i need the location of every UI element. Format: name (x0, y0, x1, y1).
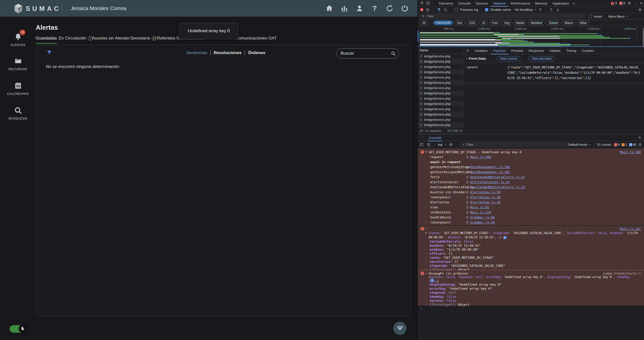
devtools-tab-elements[interactable]: Elements (436, 0, 456, 7)
view-decoded-button[interactable]: View decoded (529, 56, 555, 61)
source-link[interactable]: Main.js:180 (620, 150, 641, 154)
search-input[interactable] (337, 49, 399, 58)
drawer-kebab-icon[interactable]: ⋮ (421, 136, 424, 140)
request-row[interactable]: bridgeService.php (418, 80, 463, 85)
request-row[interactable]: bridgeService.php (418, 85, 463, 91)
waterfall-bar[interactable] (508, 46, 563, 46)
preserve-log-checkbox[interactable] (454, 8, 458, 11)
collapse-triangle-icon[interactable]: ▼ (425, 232, 427, 234)
object-property-row[interactable]: errorMsg: "Undefined array key 0" (418, 287, 644, 291)
more-filters-button[interactable]: More filters (609, 15, 625, 18)
import-har-icon[interactable] (549, 8, 553, 12)
network-conditions-icon[interactable] (538, 8, 542, 12)
disable-cache-checkbox[interactable]: ✓ (485, 8, 488, 11)
kebab-menu-icon[interactable]: ⋮ (633, 1, 637, 5)
search-icon[interactable] (391, 51, 396, 56)
source-link[interactable]: judge.html#/alerts:1 (603, 272, 641, 275)
tab-asuntos-sin-atender[interactable]: Asuntos sin Atender (92, 36, 130, 43)
filter-pill-all[interactable]: All (420, 20, 428, 25)
detail-tab-timing[interactable]: Timing (564, 47, 579, 54)
inspect-element-icon[interactable] (420, 1, 424, 6)
clear-console-icon[interactable] (426, 142, 431, 147)
invert-checkbox[interactable] (589, 15, 592, 18)
scrollbar-thumb[interactable] (643, 28, 644, 47)
collapse-triangle-icon[interactable]: ▾ (466, 57, 467, 60)
network-overview-waterfall[interactable]: 500 ms1,000 ms1,500 ms2,000 ms2,500 ms3,… (418, 26, 644, 47)
filter-pill-img[interactable]: Img (502, 20, 512, 25)
collapse-triangle-icon[interactable]: ▼ (425, 150, 427, 153)
filter-pill-fetch-xhr[interactable]: Fetch/XHR (433, 20, 453, 25)
network-settings-gear-icon[interactable]: ⚙ (638, 8, 642, 12)
console-prompt[interactable]: › (421, 307, 423, 311)
sidebar-item-recursos[interactable]: RECURSOS (0, 57, 36, 71)
filter-pill-font[interactable]: Font (489, 20, 500, 25)
object-preview[interactable]: {success: false, response: null, errorMs… (429, 275, 639, 284)
network-filter-icon[interactable] (437, 8, 441, 12)
tab-en-circulacion[interactable]: En Circulación2 (59, 36, 93, 43)
overview-left-handle[interactable] (418, 31, 418, 42)
console-settings-gear-icon[interactable]: ⚙ (638, 142, 642, 147)
filter-funnel-icon[interactable] (46, 50, 52, 56)
request-row[interactable]: bridgeService.php (418, 54, 463, 59)
object-preview[interactable]: {route: 'GET_USER_MOTIONS_BY_STAGE', sta… (429, 231, 639, 240)
object-property-row[interactable]: displayDialog: "Undefined array key 0" (418, 283, 644, 287)
power-icon[interactable] (400, 4, 409, 13)
waterfall-bar[interactable] (420, 39, 511, 40)
close-details-icon[interactable]: ✕ (466, 49, 469, 53)
object-property-row[interactable]: stageCode: "ASSIGNED_CATALOG_VALUE_CODE" (418, 264, 644, 268)
object-property-row[interactable]: route: "GET_USER_MOTIONS_BY_STAGE" (418, 256, 644, 260)
sumac-logo-icon[interactable] (14, 3, 23, 13)
request-row[interactable]: bridgeService.php (418, 112, 463, 117)
stack-source-link[interactable]: Main.js:180 (470, 155, 491, 159)
tab-comunicaciones-oat[interactable]: Comunicaciones OAT (235, 36, 277, 43)
network-search-icon[interactable] (443, 8, 448, 12)
view-source-button[interactable]: View source (497, 56, 520, 61)
object-property-row[interactable]: ▸secretaries: [] (418, 260, 644, 264)
object-property-row[interactable]: response: null (418, 291, 644, 295)
stack-source-link[interactable]: DataManagement.js:365 (470, 170, 510, 174)
object-property-row[interactable]: maxDate: "8/10/25 15:58:41" (418, 244, 644, 248)
expand-triangle-icon[interactable]: ▸ (426, 260, 427, 262)
filter-pill-media[interactable]: Media (513, 20, 527, 25)
tab-referidos[interactable]: Referidos (157, 36, 175, 43)
detail-tab-initiator[interactable]: Initiator (547, 47, 563, 54)
expand-triangle-icon[interactable]: ▸ (426, 303, 427, 306)
console-error-message[interactable]: ✕▸Main.js:181▼{route: 'GET_USER_MOTIONS_… (418, 226, 644, 270)
devtools-close-icon[interactable]: ✕ (639, 1, 643, 6)
filter-pill-wasm[interactable]: Wasm (562, 20, 576, 25)
sidebar-item-calendario[interactable]: CALENDARIO (0, 82, 36, 96)
devtools-tab-sources[interactable]: Sources (473, 0, 491, 7)
doc-type-ordenes[interactable]: Órdenes (248, 50, 265, 55)
object-property-row[interactable]: ▸[[Prototype]]: Object (418, 303, 644, 307)
detail-tab-preview[interactable]: Preview (508, 47, 526, 54)
detail-tab-response[interactable]: Response (526, 47, 547, 54)
profile-icon[interactable] (355, 4, 364, 13)
stack-source-link[interactable]: SideBar.js:36 (470, 220, 495, 224)
help-icon[interactable]: ? (370, 4, 379, 13)
waterfall-bar[interactable] (494, 34, 524, 35)
waterfall-bar[interactable] (419, 37, 610, 38)
object-property-row[interactable]: includeReferrals: false (418, 240, 644, 244)
stack-source-link[interactable]: AlertsView.js:38 (470, 200, 500, 204)
waterfall-bar[interactable] (419, 33, 597, 34)
request-row[interactable]: bridgeService.php (418, 69, 463, 75)
expand-triangle-icon[interactable]: ▸ (425, 272, 427, 275)
devtools-tab-network[interactable]: Network (491, 0, 508, 7)
filter-pill-doc[interactable]: Doc (455, 20, 465, 25)
log-levels-select[interactable]: Default levels (568, 143, 588, 146)
stats-icon[interactable] (340, 4, 349, 13)
request-row[interactable]: bridgeService.php (418, 106, 463, 112)
doc-type-sentencias[interactable]: Sentencias (186, 50, 207, 55)
filter-pill-css[interactable]: CSS (466, 20, 478, 25)
refresh-icon[interactable] (385, 4, 394, 13)
console-tab[interactable]: Console (428, 134, 442, 141)
more-tabs-icon[interactable]: » (572, 1, 577, 5)
context-select[interactable]: top (438, 143, 442, 146)
issue-severity-badge[interactable]: 1 (622, 143, 627, 146)
record-network-icon[interactable] (420, 8, 423, 11)
stack-source-link[interactable]: UnattendedMattersAlerts.js:23 (470, 185, 525, 189)
stack-source-link[interactable]: Main.js:159 (470, 210, 491, 214)
request-name-header[interactable]: Name (418, 47, 463, 54)
devtools-tab-memory[interactable]: Memory (533, 0, 550, 7)
waterfall-bar[interactable] (495, 43, 560, 44)
